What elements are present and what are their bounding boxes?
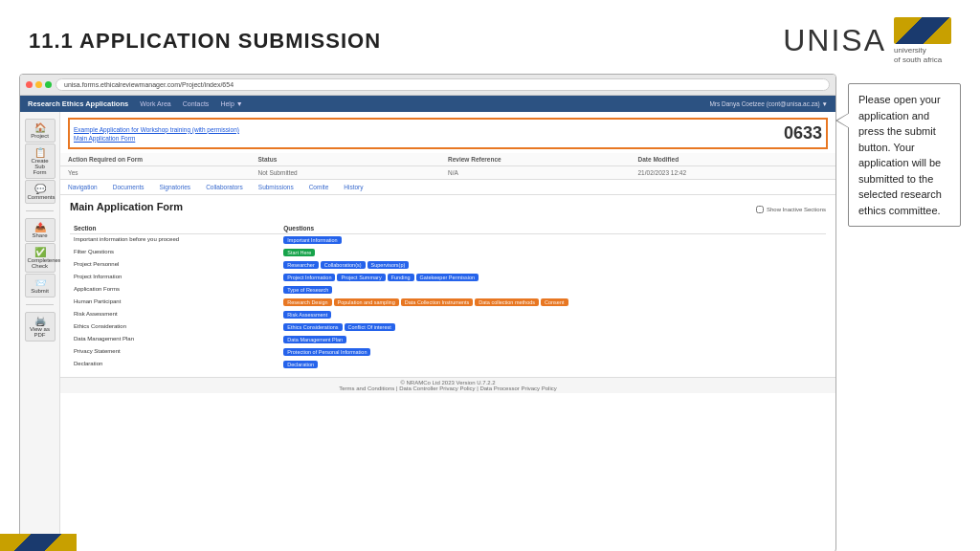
pdf-icon: 🖨️ — [28, 316, 53, 326]
form-tag[interactable]: Funding — [388, 274, 414, 281]
questions-cell: Ethics ConsiderationsConflict Of interes… — [279, 321, 826, 334]
form-tag[interactable]: Protection of Personal Information — [283, 348, 370, 356]
questions-cell: Risk Assessment — [279, 309, 826, 321]
unisa-sub: universityof south africa — [894, 46, 942, 64]
create-sub-icon: 📋 — [28, 147, 53, 158]
browser-chrome: unisa.forms.ethicalreviewmanager.com/Pro… — [20, 75, 835, 96]
table-row: Application FormsType of Research — [70, 284, 826, 297]
sidebar-divider-2 — [26, 304, 54, 305]
table-row: Filter QuestionsStart Here — [70, 247, 826, 259]
app-main-content: Example Application for Workshop trainin… — [60, 112, 835, 546]
tab-submissions[interactable]: Submissions — [258, 184, 294, 190]
highlighted-links: Example Application for Workshop trainin… — [74, 126, 239, 142]
section-cell: Data Management Plan — [70, 334, 279, 346]
section-col-header: Section — [70, 223, 279, 234]
form-tag[interactable]: Data collection methods — [475, 298, 539, 306]
table-row: Privacy StatementProtection of Personal … — [70, 346, 826, 359]
sidebar-item-completeness[interactable]: ✅ Completeness Check — [25, 243, 56, 273]
sidebar-item-share[interactable]: 📤 Share — [25, 218, 56, 242]
app-body: 🏠 Project 📋 Create Sub Form 💬 Comments — [20, 112, 835, 546]
date-mod-col-header: Date Modified — [638, 156, 829, 163]
nav-tabs: Navigation Documents Signatories Collabo… — [60, 180, 835, 195]
form-tag[interactable]: Data Collection Instruments — [401, 298, 474, 306]
main-application-link[interactable]: Main Application Form — [74, 135, 239, 142]
sidebar-item-pdf[interactable]: 🖨️ View as PDF — [25, 312, 56, 342]
table-row: Important information before you proceed… — [70, 234, 826, 248]
form-tag[interactable]: Important Information — [283, 236, 341, 244]
nav-contacts[interactable]: Contacts — [183, 100, 210, 107]
questions-cell: Data Management Plan — [279, 334, 826, 346]
sidebar-divider-1 — [26, 210, 54, 211]
form-tag[interactable]: Research Design — [283, 298, 331, 306]
minimize-button[interactable] — [35, 81, 42, 88]
status-val: Not Submitted — [258, 169, 449, 176]
sidebar-item-comments[interactable]: 💬 Comments — [25, 180, 56, 204]
form-tag[interactable]: Researcher — [283, 261, 318, 269]
tab-history[interactable]: History — [344, 184, 363, 190]
form-tag[interactable]: Project Summary — [337, 274, 385, 281]
table-row: Risk AssessmentRisk Assessment — [70, 309, 826, 321]
main-content: unisa.forms.ethicalreviewmanager.com/Pro… — [0, 74, 980, 551]
form-tag[interactable]: Consent — [541, 298, 568, 306]
questions-cell: Research DesignPopulation and samplingDa… — [279, 297, 826, 309]
form-tag[interactable]: Population and sampling — [334, 298, 399, 306]
nav-work-area[interactable]: Work Area — [140, 100, 171, 107]
form-tag[interactable]: Supervisors(p) — [368, 261, 410, 269]
tab-comite[interactable]: Comite — [309, 184, 329, 190]
unisa-text: UNISA — [783, 23, 886, 58]
form-table: Section Questions Important information … — [70, 223, 826, 371]
action-required-val: Yes — [68, 169, 258, 176]
form-tag[interactable]: Gatekeeper Permission — [416, 274, 479, 281]
show-inactive-label: Show Inactive Sections — [767, 207, 826, 212]
form-tag[interactable]: Data Management Plan — [283, 336, 346, 343]
user-info[interactable]: Mrs Danya Coetzee (cont@unisa.ac.za) ▼ — [709, 100, 828, 107]
url-bar[interactable]: unisa.forms.ethicalreviewmanager.com/Pro… — [56, 78, 830, 91]
section-cell: Project Information — [70, 272, 279, 284]
footer-links: Terms and Conditions | Data Controller P… — [68, 386, 828, 391]
sidebar-item-project[interactable]: 🏠 Project — [25, 119, 56, 143]
form-tag[interactable]: Start Here — [283, 249, 315, 256]
form-tag[interactable]: Type of Research — [283, 286, 332, 294]
form-tag[interactable]: Risk Assessment — [283, 311, 331, 319]
questions-col-header: Questions — [279, 223, 826, 234]
form-title: Main Application Form — [70, 201, 183, 212]
comments-icon: 💬 — [28, 184, 53, 194]
sidebar-item-submit[interactable]: 📨 Submit — [25, 274, 56, 298]
action-row-values: Yes Not Submitted N/A 21/02/2023 12:42 — [60, 166, 835, 180]
review-ref-val: N/A — [448, 169, 638, 176]
questions-cell: Protection of Personal Information — [279, 346, 826, 359]
table-row: Project PersonnelResearcherCollaboration… — [70, 259, 826, 272]
tab-navigation[interactable]: Navigation — [68, 184, 98, 190]
form-tag[interactable]: Conflict Of interest — [345, 323, 395, 331]
browser-window: unisa.forms.ethicalreviewmanager.com/Pro… — [19, 74, 836, 551]
form-tag[interactable]: Declaration — [283, 361, 318, 368]
questions-cell: Type of Research — [279, 284, 826, 297]
close-button[interactable] — [26, 81, 33, 88]
form-tag[interactable]: Collaboration(s) — [321, 261, 366, 269]
form-tag[interactable]: Project Information — [283, 274, 335, 281]
show-inactive-checkbox[interactable] — [756, 206, 764, 213]
example-application-link[interactable]: Example Application for Workshop trainin… — [74, 126, 239, 133]
project-icon: 🏠 — [28, 122, 53, 133]
tab-collaborators[interactable]: Collaborators — [206, 184, 243, 190]
tab-signatories[interactable]: Signatories — [160, 184, 191, 190]
maximize-button[interactable] — [45, 81, 52, 88]
callout-box: Please open your application and press t… — [848, 83, 961, 227]
questions-cell: Project InformationProject SummaryFundin… — [279, 272, 826, 284]
sidebar-item-create-sub[interactable]: 📋 Create Sub Form — [25, 143, 56, 179]
reference-number: 0633 — [784, 123, 822, 143]
questions-cell: Declaration — [279, 359, 826, 371]
section-cell: Project Personnel — [70, 259, 279, 272]
share-icon: 📤 — [28, 222, 53, 232]
highlighted-section: Example Application for Workshop trainin… — [68, 118, 828, 149]
section-cell: Ethics Consideration — [70, 321, 279, 334]
form-tag[interactable]: Ethics Considerations — [283, 323, 342, 331]
nav-help[interactable]: Help ▼ — [220, 100, 242, 107]
browser-footer: © NRAMCo Ltd 2023 Version U.7.2.2 Terms … — [60, 377, 835, 393]
table-row: Ethics ConsiderationEthics Consideration… — [70, 321, 826, 334]
tab-documents[interactable]: Documents — [113, 184, 145, 190]
show-inactive-toggle[interactable]: Show Inactive Sections — [756, 206, 826, 213]
page-title: 11.1 APPLICATION SUBMISSION — [29, 29, 381, 54]
table-row: Project InformationProject InformationPr… — [70, 272, 826, 284]
sidebar-group-project: 🏠 Project 📋 Create Sub Form 💬 Comments — [22, 116, 57, 207]
